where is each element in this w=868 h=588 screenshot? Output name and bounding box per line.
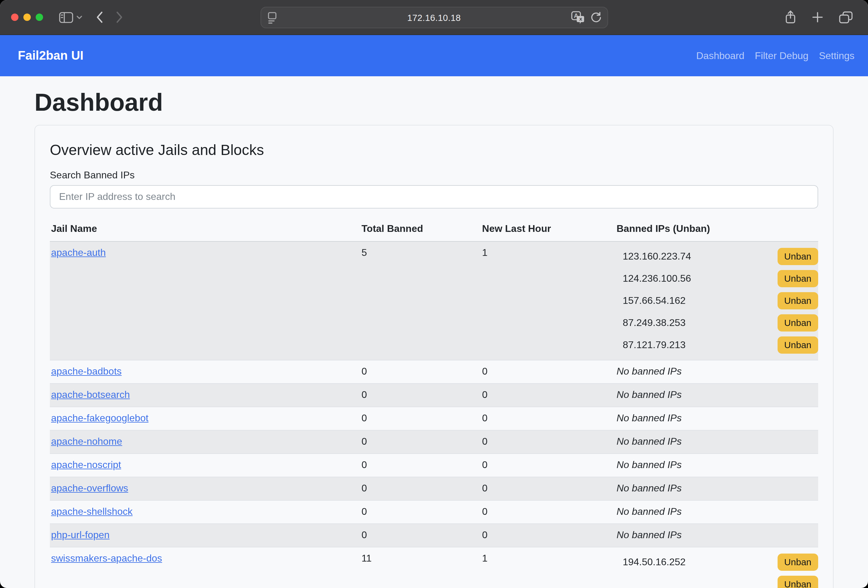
browser-window: 172.16.10.18 A x [0,0,868,588]
stage: 172.16.10.18 A x [0,0,868,588]
table-row: apache-overflows00No banned IPs [50,477,818,500]
toolbar-right-controls [784,10,857,25]
header-total-banned: Total Banned [360,217,481,242]
url-text[interactable]: 172.16.10.18 [261,7,607,28]
jails-overview-card: Overview active Jails and Blocks Search … [34,125,834,588]
fullscreen-window-button[interactable] [36,13,43,21]
tab-overview-icon[interactable] [838,11,853,24]
reload-icon[interactable] [590,11,602,24]
total-banned-cell: 0 [360,524,481,547]
jail-link[interactable]: apache-noscript [51,460,121,470]
header-jail-name: Jail Name [50,217,360,242]
back-button[interactable] [96,11,103,24]
brand-link[interactable]: Fail2ban UI [18,49,83,63]
jail-name-cell: apache-fakegooglebot [50,407,360,430]
new-tab-icon[interactable] [812,12,823,23]
banned-ip-row: Unban [623,576,818,588]
jail-name-cell: swissmakers-apache-dos [50,547,360,588]
app-navbar: Fail2ban UI Dashboard Filter Debug Setti… [0,35,868,76]
total-banned-cell: 0 [360,360,481,383]
toolbar-left-controls [59,11,123,24]
unban-button[interactable]: Unban [778,248,818,265]
banned-ip-row: 87.249.38.253Unban [623,314,818,332]
header-banned-ips: Banned IPs (Unban) [615,217,818,242]
table-row: apache-nohome00No banned IPs [50,430,818,454]
unban-button[interactable]: Unban [778,336,818,354]
total-banned-cell: 0 [360,383,481,407]
nav-link-settings[interactable]: Settings [819,50,855,61]
jail-link[interactable]: php-url-fopen [51,529,109,540]
jail-link[interactable]: apache-nohome [51,436,122,447]
jail-name-cell: apache-auth [50,242,360,360]
nav-links: Dashboard Filter Debug Settings [696,50,855,61]
jail-name-cell: apache-noscript [50,454,360,477]
unban-button[interactable]: Unban [778,554,818,571]
minimize-window-button[interactable] [24,13,31,21]
close-window-button[interactable] [11,13,18,21]
jails-table: Jail Name Total Banned New Last Hour Ban… [50,217,818,588]
table-row: apache-noscript00No banned IPs [50,454,818,477]
jail-name-cell: apache-nohome [50,430,360,454]
forward-button[interactable] [116,11,123,24]
banned-ips-cell: No banned IPs [615,430,818,454]
no-banned-ips-text: No banned IPs [616,506,682,517]
total-banned-cell: 0 [360,430,481,454]
jail-link[interactable]: apache-shellshock [51,506,133,517]
banned-ips-cell: No banned IPs [615,454,818,477]
jail-name-cell: apache-overflows [50,477,360,500]
jail-link[interactable]: apache-fakegooglebot [51,413,149,423]
total-banned-cell: 5 [360,242,481,360]
banned-ips-cell: No banned IPs [615,477,818,500]
banned-ips-cell: 194.50.16.252UnbanUnban [615,547,818,588]
new-last-hour-cell: 0 [481,430,615,454]
address-bar[interactable]: 172.16.10.18 A x [260,7,608,28]
banned-ips-cell: No banned IPs [615,500,818,524]
unban-button[interactable]: Unban [778,292,818,309]
translate-icon[interactable]: A x [571,11,585,24]
no-banned-ips-text: No banned IPs [616,413,682,423]
nav-link-filter-debug[interactable]: Filter Debug [755,50,808,61]
sidebar-dropdown-chevron-icon[interactable] [76,15,83,19]
new-last-hour-cell: 0 [481,500,615,524]
total-banned-cell: 11 [360,547,481,588]
main-content: Dashboard Overview active Jails and Bloc… [0,76,868,588]
banned-ips-cell: 123.160.223.74Unban124.236.100.56Unban15… [615,242,818,360]
unban-button[interactable]: Unban [778,270,818,287]
card-title: Overview active Jails and Blocks [50,141,818,159]
search-label: Search Banned IPs [50,170,818,181]
header-new-last-hour: New Last Hour [481,217,615,242]
new-last-hour-cell: 0 [481,407,615,430]
jail-link[interactable]: apache-badbots [51,366,122,376]
browser-toolbar: 172.16.10.18 A x [0,0,868,35]
jail-link[interactable]: apache-auth [51,247,106,258]
no-banned-ips-text: No banned IPs [616,460,682,470]
jail-link[interactable]: apache-overflows [51,483,128,493]
banned-ip-row: 194.50.16.252Unban [623,554,818,571]
jail-name-cell: apache-botsearch [50,383,360,407]
table-row: swissmakers-apache-dos111194.50.16.252Un… [50,547,818,588]
banned-ip-row: 87.121.79.213Unban [623,336,818,354]
jail-link[interactable]: apache-botsearch [51,389,130,400]
jail-name-cell: apache-badbots [50,360,360,383]
banned-ip-address: 194.50.16.252 [623,557,686,568]
search-input[interactable] [50,185,818,208]
page-title: Dashboard [34,87,834,117]
new-last-hour-cell: 0 [481,454,615,477]
table-row: apache-auth51123.160.223.74Unban124.236.… [50,242,818,360]
table-row: apache-shellshock00No banned IPs [50,500,818,524]
table-row: apache-fakegooglebot00No banned IPs [50,407,818,430]
unban-button[interactable]: Unban [778,576,818,588]
new-last-hour-cell: 0 [481,383,615,407]
jail-link[interactable]: swissmakers-apache-dos [51,553,162,563]
banned-ip-address: 87.121.79.213 [623,339,686,351]
share-icon[interactable] [784,10,797,25]
nav-link-dashboard[interactable]: Dashboard [696,50,745,61]
svg-text:x: x [579,16,582,22]
sidebar-toggle-icon[interactable] [59,11,73,23]
new-last-hour-cell: 1 [481,242,615,360]
banned-ips-cell: No banned IPs [615,360,818,383]
window-controls [11,13,43,21]
banned-ip-address: 123.160.223.74 [623,251,691,262]
unban-button[interactable]: Unban [778,314,818,332]
no-banned-ips-text: No banned IPs [616,389,682,400]
